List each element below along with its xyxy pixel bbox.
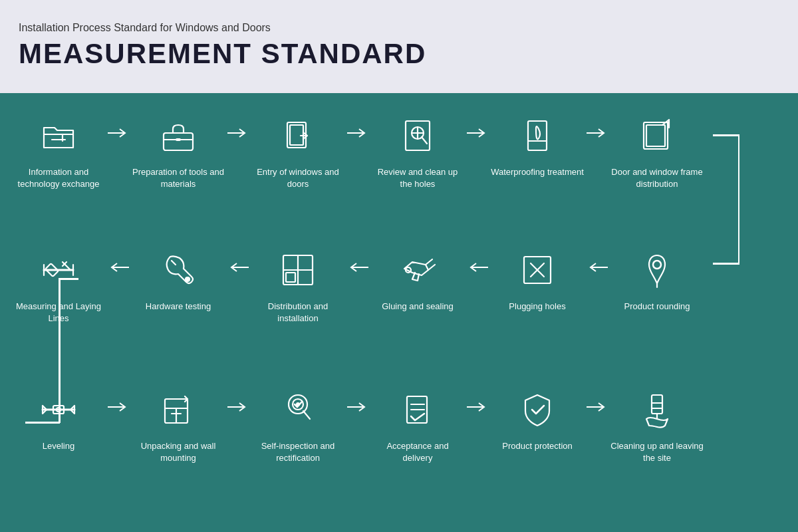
svg-rect-65 <box>652 395 662 414</box>
step-label-rounding: Product rounding <box>624 301 690 327</box>
step-label-frame-dist: Door and window frame distribution <box>610 166 704 193</box>
step-label-preparation: Preparation of tools and materials <box>132 166 225 193</box>
pin-icon <box>633 246 681 294</box>
step-label-review-holes: Review and clean up the holes <box>371 166 464 193</box>
arrow-15-16 <box>344 386 371 414</box>
step-label-plugging: Plugging holes <box>509 301 565 327</box>
step-label-cleaning: Cleaning up and leaving the site <box>610 440 704 467</box>
toolbox-icon <box>154 112 202 160</box>
row3: Leveling Unpacking and wall mounting <box>12 386 786 467</box>
svg-line-40 <box>428 265 435 270</box>
step-gluing: Gluing and sealing <box>371 246 464 327</box>
step-rounding: Product rounding <box>610 246 704 327</box>
step-label-protection: Product protection <box>502 440 573 467</box>
step-unpacking: Unpacking and wall mounting <box>132 386 225 467</box>
frame-export-icon <box>633 112 681 160</box>
arrow-5-6 <box>584 112 610 140</box>
glue-gun-icon <box>394 246 442 294</box>
step-frame-dist: Door and window frame distribution <box>610 112 704 193</box>
level-icon <box>35 386 82 434</box>
svg-rect-18 <box>528 121 547 150</box>
step-preparation: Preparation of tools and materials <box>132 112 225 193</box>
arrow-12-11 <box>584 246 610 274</box>
arrow-9-8 <box>225 246 251 274</box>
step-label-info-exchange: Information and technology exchange <box>12 166 105 193</box>
arrow-16-17 <box>464 386 491 414</box>
header: Installation Process Standard for Window… <box>0 0 798 93</box>
svg-rect-4 <box>164 133 193 150</box>
h-connector-left-top <box>59 278 78 280</box>
magnify-icon <box>394 112 442 160</box>
row1: Information and technology exchange Prep… <box>12 112 786 193</box>
step-label-acceptance: Acceptance and delivery <box>371 440 464 467</box>
step-acceptance: Acceptance and delivery <box>371 386 464 467</box>
step-cleaning: Cleaning up and leaving the site <box>610 386 704 467</box>
step-protection: Product protection <box>491 386 584 467</box>
svg-point-45 <box>653 261 661 269</box>
main-content: Information and technology exchange Prep… <box>0 93 798 532</box>
svg-point-32 <box>186 277 190 281</box>
door-entry-icon <box>274 112 322 160</box>
step-label-hardware: Hardware testing <box>146 301 211 327</box>
arrow-4-5 <box>464 112 491 140</box>
svg-line-57 <box>303 411 310 419</box>
step-label-leveling: Leveling <box>43 440 74 467</box>
arrow-2-3 <box>225 112 251 140</box>
step-leveling: Leveling <box>12 386 105 467</box>
step-label-distribution: Distribution and installation <box>251 301 344 327</box>
wall-mount-icon <box>154 386 202 434</box>
step-self-inspection: Self-inspection and rectification <box>251 386 344 467</box>
svg-rect-21 <box>644 122 668 149</box>
svg-rect-37 <box>286 273 295 282</box>
step-label-unpacking: Unpacking and wall mounting <box>132 440 225 467</box>
arrow-3-4 <box>344 112 371 140</box>
accept-icon <box>394 386 442 434</box>
header-subtitle: Installation Process Standard for Window… <box>19 22 779 34</box>
h-connector-right-top <box>713 134 739 136</box>
svg-rect-22 <box>646 125 665 146</box>
svg-line-28 <box>63 262 70 270</box>
square-plug-icon <box>513 246 561 294</box>
svg-line-39 <box>426 259 432 265</box>
row2: Measuring and Laying Lines Hardware test… <box>12 246 786 327</box>
step-distribution: Distribution and installation <box>251 246 344 327</box>
step-label-waterproofing: Waterproofing treatment <box>491 166 584 193</box>
shield-check-icon <box>513 386 561 434</box>
self-inspect-icon <box>274 386 322 434</box>
arrow-13-14 <box>105 386 132 414</box>
waterproof-icon <box>513 112 561 160</box>
step-waterproofing: Waterproofing treatment <box>491 112 584 193</box>
grid-panel-icon <box>274 246 322 294</box>
arrow-14-15 <box>225 386 251 414</box>
svg-line-31 <box>172 261 176 265</box>
wrench-icon <box>154 246 202 294</box>
step-plugging: Plugging holes <box>491 246 584 327</box>
step-label-self-inspection: Self-inspection and rectification <box>251 440 344 467</box>
arrow-11-10 <box>464 246 491 274</box>
step-hardware: Hardware testing <box>132 246 225 327</box>
arrow-8-7 <box>105 246 132 274</box>
header-title: MEASUREMENT STANDARD <box>19 38 779 70</box>
broom-icon <box>633 386 681 434</box>
step-label-entry-windows: Entry of windows and doors <box>251 166 344 193</box>
step-info-exchange: Information and technology exchange <box>12 112 105 193</box>
svg-line-16 <box>422 137 427 144</box>
step-label-gluing: Gluing and sealing <box>382 301 454 327</box>
step-review-holes: Review and clean up the holes <box>371 112 464 193</box>
arrow-1-2 <box>105 112 132 140</box>
arrow-17-18 <box>584 386 610 414</box>
folder-icon <box>35 112 82 160</box>
v-connector-right <box>738 134 740 264</box>
step-entry-windows: Entry of windows and doors <box>251 112 344 193</box>
arrow-10-9 <box>344 246 371 274</box>
